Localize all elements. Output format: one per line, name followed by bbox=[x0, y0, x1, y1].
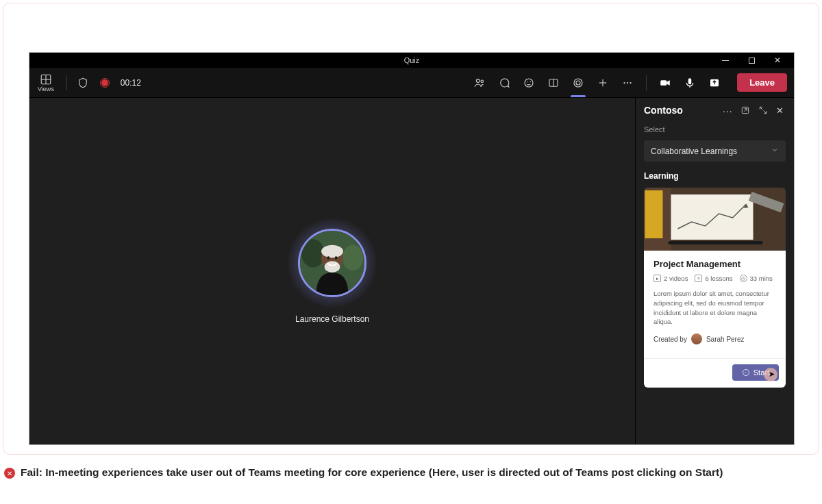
popout-icon[interactable] bbox=[740, 105, 750, 115]
svg-point-7 bbox=[530, 81, 532, 82]
svg-point-3 bbox=[476, 79, 480, 82]
avatar bbox=[298, 229, 366, 297]
section-title: Learning bbox=[644, 171, 786, 181]
svg-point-28 bbox=[335, 256, 338, 259]
expand-icon[interactable] bbox=[758, 105, 768, 115]
apps-icon[interactable] bbox=[572, 77, 584, 89]
shield-icon[interactable] bbox=[77, 77, 89, 89]
share-icon[interactable] bbox=[708, 77, 721, 89]
svg-rect-38 bbox=[669, 241, 763, 244]
chevron-down-icon bbox=[771, 146, 779, 156]
meeting-toolbar: Views 00:12 bbox=[29, 68, 794, 98]
svg-point-10 bbox=[574, 79, 582, 87]
caption-text: Fail: In-meeting experiences take user o… bbox=[21, 466, 723, 480]
window-title: Quiz bbox=[29, 56, 794, 64]
avatar-glow bbox=[288, 218, 377, 307]
video-icon: ▸ bbox=[653, 275, 661, 282]
mic-icon[interactable] bbox=[684, 77, 696, 89]
learning-card: Project Management ▸2 videos ≡6 lessons … bbox=[644, 188, 786, 388]
svg-line-31 bbox=[760, 107, 762, 110]
svg-point-15 bbox=[627, 81, 628, 83]
views-label: Views bbox=[38, 86, 54, 92]
main-area: Laurence Gilbertson Contoso ··· ✕ Select bbox=[29, 98, 794, 444]
minimize-icon[interactable] bbox=[716, 55, 735, 65]
chat-icon[interactable] bbox=[498, 77, 510, 89]
panel-close-icon[interactable]: ✕ bbox=[776, 105, 786, 115]
svg-point-26 bbox=[325, 261, 340, 273]
select-dropdown[interactable]: Collaborative Learnings bbox=[644, 140, 786, 162]
creator-avatar bbox=[691, 333, 702, 344]
lessons-meta: 6 lessons bbox=[705, 275, 732, 282]
select-label: Select bbox=[644, 125, 786, 134]
fail-badge-icon: ✕ bbox=[4, 468, 15, 479]
svg-point-11 bbox=[576, 81, 580, 85]
views-button[interactable]: Views bbox=[35, 72, 57, 94]
cursor-icon: ➤ bbox=[769, 370, 775, 379]
duration-meta: 33 mins bbox=[750, 275, 773, 282]
start-button[interactable]: Start ➤ bbox=[732, 364, 779, 381]
compass-icon bbox=[742, 368, 750, 377]
videos-meta: 2 videos bbox=[664, 275, 688, 282]
svg-point-14 bbox=[624, 81, 625, 83]
svg-point-4 bbox=[481, 79, 484, 82]
screenshot-frame: Quiz ✕ Views 00:12 bbox=[3, 3, 819, 455]
svg-point-6 bbox=[527, 81, 528, 82]
svg-rect-18 bbox=[688, 78, 692, 84]
svg-point-25 bbox=[321, 245, 343, 258]
video-stage: Laurence Gilbertson bbox=[29, 98, 635, 444]
maximize-icon[interactable] bbox=[742, 55, 761, 65]
card-meta: ▸2 videos ≡6 lessons ◷33 mins bbox=[653, 275, 776, 282]
divider bbox=[646, 75, 647, 90]
add-icon[interactable] bbox=[597, 77, 609, 89]
leave-button[interactable]: Leave bbox=[737, 73, 787, 92]
rooms-icon[interactable] bbox=[547, 77, 560, 89]
more-icon[interactable] bbox=[621, 77, 634, 89]
svg-line-32 bbox=[764, 111, 767, 114]
card-title: Project Management bbox=[653, 259, 776, 269]
panel-more-icon[interactable]: ··· bbox=[723, 105, 732, 115]
participant-name: Laurence Gilbertson bbox=[295, 314, 369, 324]
created-by-label: Created by bbox=[653, 336, 687, 343]
svg-rect-36 bbox=[671, 194, 754, 240]
close-icon[interactable]: ✕ bbox=[768, 55, 787, 65]
svg-rect-17 bbox=[660, 80, 667, 86]
card-footer: Start ➤ bbox=[644, 358, 786, 388]
panel-title: Contoso bbox=[644, 105, 683, 116]
select-value: Collaborative Learnings bbox=[651, 147, 737, 156]
svg-line-30 bbox=[744, 109, 747, 112]
teams-window: Quiz ✕ Views 00:12 bbox=[29, 53, 794, 444]
participant-tile: Laurence Gilbertson bbox=[288, 218, 377, 324]
titlebar: Quiz ✕ bbox=[29, 53, 794, 68]
people-icon[interactable] bbox=[473, 77, 486, 89]
lessons-icon: ≡ bbox=[695, 275, 702, 282]
caption-row: ✕ Fail: In-meeting experiences take user… bbox=[0, 457, 822, 483]
svg-point-23 bbox=[342, 245, 363, 271]
creator-name: Sarah Perez bbox=[706, 336, 745, 343]
card-description: Lorem ipsum dolor sit amet, consectetur … bbox=[653, 289, 776, 327]
side-panel: Contoso ··· ✕ Select Collaborative Learn… bbox=[635, 98, 794, 444]
svg-point-5 bbox=[525, 79, 533, 87]
svg-rect-35 bbox=[645, 190, 663, 238]
camera-icon[interactable] bbox=[659, 77, 671, 89]
reactions-icon[interactable] bbox=[523, 77, 535, 89]
record-icon[interactable] bbox=[99, 77, 111, 89]
meeting-timer: 00:12 bbox=[121, 78, 141, 88]
grid-icon bbox=[40, 73, 52, 86]
svg-point-16 bbox=[630, 81, 632, 83]
clock-icon: ◷ bbox=[740, 275, 747, 282]
card-image bbox=[644, 188, 786, 251]
svg-point-27 bbox=[327, 256, 329, 259]
panel-header: Contoso ··· ✕ bbox=[636, 98, 794, 123]
creator-row: Created by Sarah Perez bbox=[653, 333, 776, 351]
divider bbox=[66, 75, 67, 90]
svg-point-22 bbox=[301, 239, 325, 267]
